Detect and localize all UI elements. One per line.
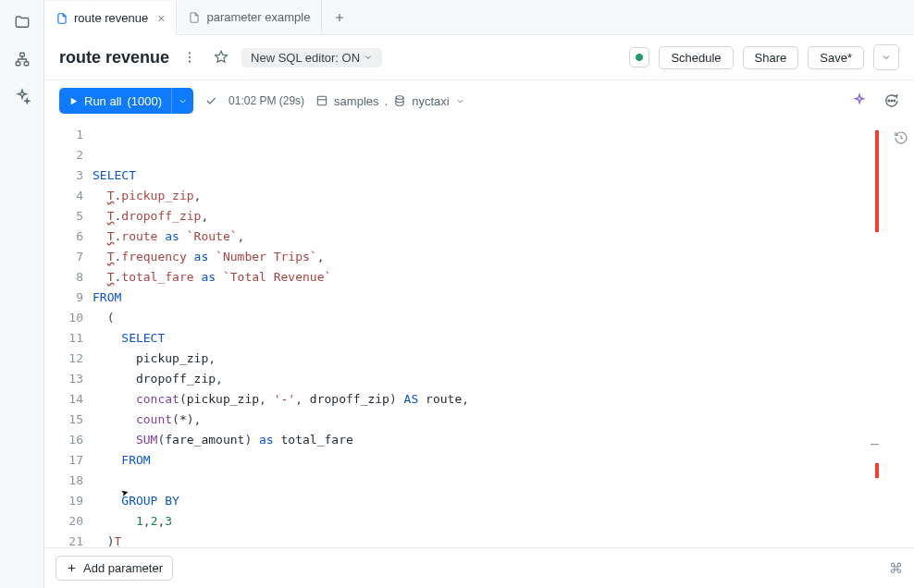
comment-icon[interactable]	[883, 92, 899, 109]
code-line[interactable]: concat(pickup_zip, '-', dropoff_zip) AS …	[93, 389, 914, 410]
keyboard-shortcut-icon[interactable]: ⌘	[889, 560, 903, 577]
database-icon	[393, 94, 406, 107]
last-run-time: 01:02 PM (29s)	[228, 94, 304, 107]
code-line[interactable]: dropoff_zip,	[93, 369, 914, 389]
code-line[interactable]: SUM(fare_amount) as total_fare	[93, 430, 914, 450]
run-all-button[interactable]: Run all (1000)	[59, 88, 193, 114]
left-rail	[0, 0, 44, 588]
schema-name: samples	[334, 94, 378, 108]
tabs-bar: route revenue × parameter example	[44, 0, 914, 35]
save-dropdown-button[interactable]	[873, 44, 899, 70]
toolbar: Run all (1000) 01:02 PM (29s) samples . …	[44, 80, 914, 121]
code-line[interactable]: 1,2,3	[93, 511, 914, 532]
play-icon	[68, 96, 79, 106]
sql-file-icon	[188, 11, 201, 24]
schema-box-icon	[315, 94, 328, 107]
chevron-down-icon	[364, 53, 373, 62]
code-line[interactable]: SELECT	[93, 165, 914, 186]
schema-icon[interactable]	[13, 50, 31, 68]
tab-parameter-example[interactable]: parameter example	[177, 0, 322, 34]
footer-bar: Add parameter ⌘	[44, 547, 914, 588]
chevron-down-icon	[178, 96, 188, 106]
close-icon[interactable]: ×	[157, 11, 165, 26]
code-line[interactable]: T.dropoff_zip,	[93, 206, 914, 227]
svg-rect-6	[317, 96, 326, 104]
svg-point-8	[888, 100, 890, 102]
connection-status[interactable]	[629, 47, 649, 67]
add-parameter-label: Add parameter	[83, 561, 163, 575]
star-icon[interactable]	[210, 46, 232, 68]
svg-rect-0	[19, 53, 24, 56]
minimap-error-marker	[875, 130, 879, 232]
code-editor[interactable]: 123456789101112131415161718192021 SELECT…	[44, 121, 914, 547]
code-line[interactable]: T.frequency as `Number Trips`,	[93, 247, 914, 267]
kebab-menu-icon[interactable]	[179, 46, 201, 68]
save-button[interactable]: Save*	[808, 46, 864, 69]
sparkle-icon[interactable]	[13, 87, 31, 105]
catalog-selector[interactable]: samples . nyctaxi	[315, 94, 465, 108]
plus-icon	[66, 562, 78, 574]
code-line[interactable]: T.pickup_zip,	[93, 186, 914, 206]
tab-route-revenue[interactable]: route revenue ×	[44, 1, 177, 35]
add-parameter-button[interactable]: Add parameter	[56, 556, 173, 581]
check-icon	[204, 94, 217, 107]
run-label: Run all	[84, 94, 121, 108]
svg-point-10	[894, 100, 895, 102]
svg-point-9	[891, 100, 893, 102]
line-number-gutter: 123456789101112131415161718192021	[48, 121, 93, 547]
separator: .	[385, 94, 389, 108]
table-name: nyctaxi	[412, 94, 449, 108]
chevron-down-icon	[881, 52, 892, 63]
editor-mode-label: New SQL editor: ON	[251, 51, 360, 65]
code-line[interactable]: FROM	[93, 450, 914, 471]
svg-point-7	[396, 96, 403, 100]
assistant-icon[interactable]	[851, 92, 868, 109]
code-line[interactable]: (	[93, 308, 914, 328]
code-line[interactable]: )T	[93, 532, 914, 547]
code-line[interactable]	[93, 471, 914, 491]
code-line[interactable]: pickup_zip,	[93, 349, 914, 369]
svg-rect-2	[24, 62, 29, 66]
svg-rect-1	[16, 62, 20, 66]
code-line[interactable]: GROUP BY	[93, 491, 914, 511]
svg-point-3	[189, 52, 191, 54]
page-title: route revenue	[59, 48, 169, 67]
tab-label: parameter example	[206, 10, 310, 24]
share-button[interactable]: Share	[743, 46, 799, 69]
run-count: (1000)	[127, 94, 162, 108]
header-bar: route revenue New SQL editor: ON Schedul…	[44, 35, 914, 80]
code-line[interactable]: FROM	[93, 288, 914, 308]
sql-file-icon	[56, 12, 68, 25]
status-dot-icon	[636, 54, 643, 61]
code-line[interactable]: T.route as `Route`,	[93, 227, 914, 247]
collapse-icon[interactable]: –	[871, 435, 879, 452]
code-line[interactable]: SELECT	[93, 328, 914, 349]
new-tab-button[interactable]	[322, 0, 357, 34]
folder-icon[interactable]	[13, 13, 31, 31]
chevron-down-icon	[455, 96, 465, 106]
tab-label: route revenue	[74, 11, 148, 25]
minimap[interactable]	[873, 121, 879, 547]
minimap-error-marker	[875, 463, 879, 478]
code-line[interactable]: T.total_fare as `Total Revenue`	[93, 267, 914, 288]
editor-mode-toggle[interactable]: New SQL editor: ON	[241, 48, 382, 67]
run-dropdown[interactable]	[171, 88, 193, 114]
history-icon[interactable]	[894, 130, 908, 145]
schedule-button[interactable]: Schedule	[659, 46, 733, 69]
svg-point-4	[189, 56, 191, 58]
code-line[interactable]: count(*),	[93, 410, 914, 430]
svg-point-5	[189, 61, 191, 63]
code-content[interactable]: SELECT T.pickup_zip, T.dropoff_zip, T.ro…	[93, 121, 914, 547]
